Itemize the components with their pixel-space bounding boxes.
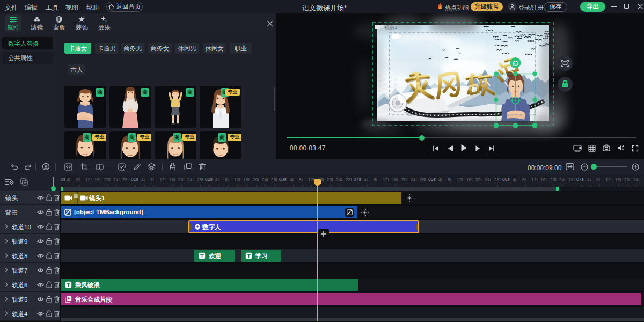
svg-text:默认镜头: 默认镜头 xyxy=(404,34,425,40)
svg-text:镜头1: 镜头1 xyxy=(384,24,397,30)
